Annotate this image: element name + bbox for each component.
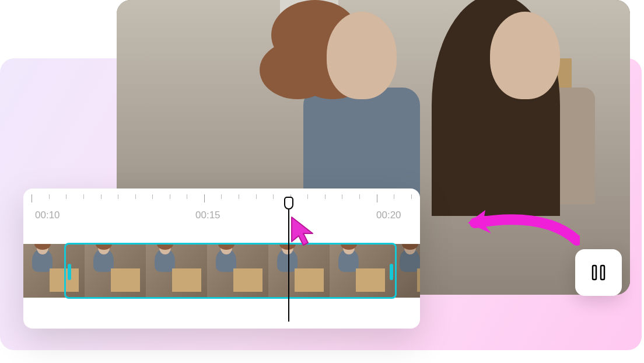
playhead[interactable]: [288, 199, 289, 322]
clip-thumbnail: [391, 244, 420, 298]
time-label: 00:10: [35, 210, 60, 221]
clip-thumbnail: [207, 244, 268, 298]
split-icon: [588, 262, 609, 283]
ruler-ticks: [23, 194, 420, 205]
split-tool-button[interactable]: [575, 249, 622, 296]
time-label: 00:20: [376, 210, 401, 221]
timeline-ruler[interactable]: 00:10 00:15 00:20: [23, 189, 420, 229]
clip-thumbnail: [23, 244, 85, 298]
clip-thumbnail: [268, 244, 330, 298]
annotation-arrow-icon: [463, 200, 580, 258]
clip-thumbnail: [85, 244, 146, 298]
trim-handle-left[interactable]: [68, 264, 71, 280]
video-clip[interactable]: [23, 244, 420, 298]
clip-track[interactable]: [23, 244, 420, 299]
time-label: 00:15: [195, 210, 220, 221]
cursor-pointer-icon: [290, 216, 320, 249]
timeline-panel[interactable]: 00:10 00:15 00:20: [23, 189, 420, 329]
clip-thumbnail: [146, 244, 207, 298]
clip-thumbnail: [330, 244, 391, 298]
trim-handle-right[interactable]: [390, 264, 393, 280]
playhead-marker[interactable]: [284, 197, 293, 210]
